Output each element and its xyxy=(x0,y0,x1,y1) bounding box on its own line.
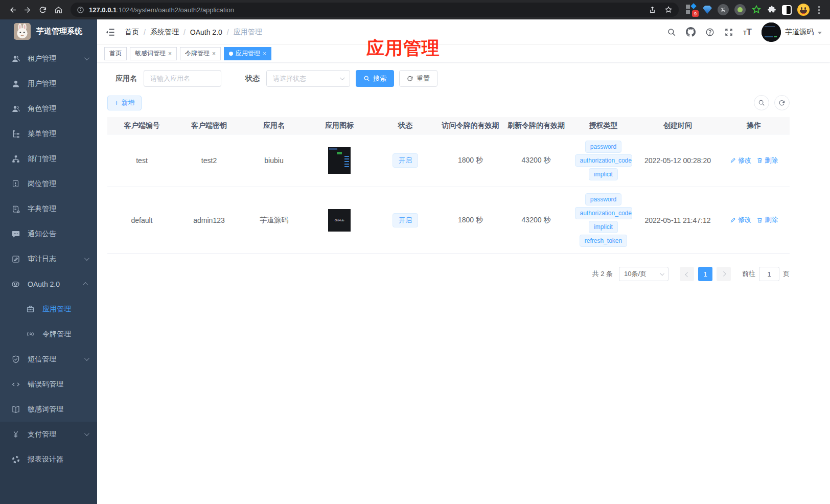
edit-link[interactable]: 修改 xyxy=(730,156,751,165)
page-1-button[interactable]: 1 xyxy=(698,267,712,281)
sidebar-collapse-icon[interactable] xyxy=(105,27,117,38)
goto-page-input[interactable] xyxy=(759,267,779,281)
extensions-cluster: 9 xyxy=(684,4,825,16)
next-page-button[interactable] xyxy=(717,267,731,281)
audit-log-icon xyxy=(11,254,20,264)
tab-close-icon[interactable] xyxy=(168,51,172,57)
column-header: 授权类型 xyxy=(569,121,637,130)
sidebar-item-app-briefcase[interactable]: 应用管理 xyxy=(0,296,97,322)
splitview-icon[interactable] xyxy=(782,5,792,15)
sidebar-item-post-badge[interactable]: 岗位管理 xyxy=(0,171,97,196)
sidebar-item-report-designer[interactable]: 报表设计器 xyxy=(0,447,97,472)
bookmark-star-icon[interactable] xyxy=(664,6,673,14)
tab-item[interactable]: 首页 xyxy=(104,47,127,60)
table-cell: GitHub xyxy=(306,209,373,232)
tab-label: 令牌管理 xyxy=(185,49,210,58)
browser-back-icon[interactable] xyxy=(5,3,19,17)
sidebar-item-org-chart[interactable]: 部门管理 xyxy=(0,146,97,171)
github-icon[interactable] xyxy=(686,27,696,37)
app-name-label: 应用名 xyxy=(116,74,137,83)
sidebar-item-audit-log[interactable]: 审计日志 xyxy=(0,246,97,271)
browser-home-icon[interactable] xyxy=(51,3,65,17)
tab-manager-ext-icon[interactable]: 9 xyxy=(686,4,697,15)
sidebar-item-label: 应用管理 xyxy=(42,305,88,314)
pagination: 共 2 条 10条/页 1 前往 页 xyxy=(107,267,790,281)
header-search-icon[interactable] xyxy=(667,28,676,37)
cell-refresh-token-validity: 43200 秒 xyxy=(522,216,551,225)
app-logo[interactable]: 芋道管理系统 xyxy=(0,19,97,43)
sidebar-item-token-signal[interactable]: 令牌管理 xyxy=(0,322,97,347)
cell-client-secret: test2 xyxy=(201,156,217,165)
table-cell: test xyxy=(107,156,176,165)
sidebar-item-label: 敏感词管理 xyxy=(28,405,88,414)
fullscreen-icon[interactable] xyxy=(724,28,733,37)
site-info-icon[interactable] xyxy=(77,6,84,14)
font-size-icon[interactable]: TT xyxy=(743,27,752,37)
reset-button[interactable]: 重置 xyxy=(399,70,437,87)
sidebar-item-label: 租户管理 xyxy=(28,54,84,63)
sidebar-item-user[interactable]: 用户管理 xyxy=(0,71,97,96)
grant-type-tag: implicit xyxy=(589,168,618,180)
table-cell: 2022-05-12 00:28:20 xyxy=(637,156,718,165)
pagination-total: 共 2 条 xyxy=(592,269,613,279)
status-badge[interactable]: 开启 xyxy=(393,153,418,168)
table-cell: passwordauthorization_codeimplicitrefres… xyxy=(569,193,637,247)
sidebar-item-errcode[interactable]: 错误码管理 xyxy=(0,372,97,397)
sidebar-item-notice-comment[interactable]: 通知公告 xyxy=(0,221,97,246)
delete-link[interactable]: 删除 xyxy=(756,215,778,224)
share-icon[interactable] xyxy=(649,6,656,14)
tab-close-icon[interactable] xyxy=(212,51,216,57)
sidebar-item-label: 令牌管理 xyxy=(42,330,88,339)
table-toolbar: 新增 xyxy=(107,95,790,110)
org-chart-icon xyxy=(11,154,20,164)
record-ext-icon[interactable] xyxy=(734,4,746,15)
toggle-search-button[interactable] xyxy=(754,95,769,110)
tab-item[interactable]: 敏感词管理 xyxy=(130,47,177,60)
refresh-table-button[interactable] xyxy=(774,95,790,110)
sidebar-item-menu-tree[interactable]: 菜单管理 xyxy=(0,121,97,146)
oauth-robot-icon xyxy=(11,279,20,289)
delete-link[interactable]: 删除 xyxy=(756,156,778,165)
status-badge[interactable]: 开启 xyxy=(393,213,418,227)
search-button[interactable]: 搜索 xyxy=(356,70,394,87)
user-menu[interactable]: 芋道源码 xyxy=(762,22,822,42)
sidebar-item-sms-shield[interactable]: 短信管理 xyxy=(0,347,97,372)
app-name-input[interactable] xyxy=(144,70,221,87)
breadcrumb-item[interactable]: 系统管理 xyxy=(150,28,179,37)
star-ext-icon[interactable] xyxy=(751,5,762,15)
sidebar-item-dict-book[interactable]: 字典管理 xyxy=(0,196,97,221)
sidebar-item-pay-yen[interactable]: 支付管理 xyxy=(0,422,97,447)
post-badge-icon xyxy=(11,179,20,189)
tags-view: 首页敏感词管理令牌管理应用管理 xyxy=(97,45,830,62)
edit-link[interactable]: 修改 xyxy=(730,215,751,224)
command-ext-icon[interactable] xyxy=(718,4,729,15)
token-signal-icon xyxy=(26,329,35,339)
add-button[interactable]: 新增 xyxy=(107,96,142,110)
help-icon[interactable] xyxy=(705,28,714,37)
tab-item[interactable]: 令牌管理 xyxy=(180,47,221,60)
sidebar-item-label: 菜单管理 xyxy=(28,129,88,139)
breadcrumb-item[interactable]: OAuth 2.0 xyxy=(190,28,222,36)
breadcrumb-item: 应用管理 xyxy=(234,28,262,37)
prev-page-button[interactable] xyxy=(680,267,694,281)
cell-access-token-validity: 1800 秒 xyxy=(458,156,483,165)
gem-ext-icon[interactable] xyxy=(703,6,712,14)
browser-reload-icon[interactable] xyxy=(36,3,50,17)
browser-menu-dots-icon[interactable] xyxy=(815,6,823,14)
sidebar-item-sensitive-book[interactable]: 敏感词管理 xyxy=(0,397,97,422)
breadcrumb-item[interactable]: 首页 xyxy=(125,28,139,37)
page-size-select[interactable]: 10条/页 xyxy=(619,267,668,281)
sidebar-item-role-users[interactable]: 角色管理 xyxy=(0,96,97,121)
puzzle-extensions-icon[interactable] xyxy=(767,5,776,14)
browser-forward-icon[interactable] xyxy=(20,3,35,17)
sidebar-item-oauth-robot[interactable]: OAuth 2.0 xyxy=(0,271,97,296)
address-bar[interactable]: 127.0.0.1:1024/system/oauth2/oauth2/appl… xyxy=(71,3,679,17)
tab-close-icon[interactable] xyxy=(263,51,266,57)
profile-avatar[interactable] xyxy=(797,4,810,16)
edit-label: 修改 xyxy=(738,215,751,224)
page-content: 应用名 状态 请选择状态 搜索 重置 xyxy=(97,62,830,504)
sidebar-item-tenant-users[interactable]: 租户管理 xyxy=(0,46,97,71)
tab-active[interactable]: 应用管理 xyxy=(224,47,271,60)
report-designer-icon xyxy=(11,454,20,464)
status-select[interactable]: 请选择状态 xyxy=(266,70,350,87)
